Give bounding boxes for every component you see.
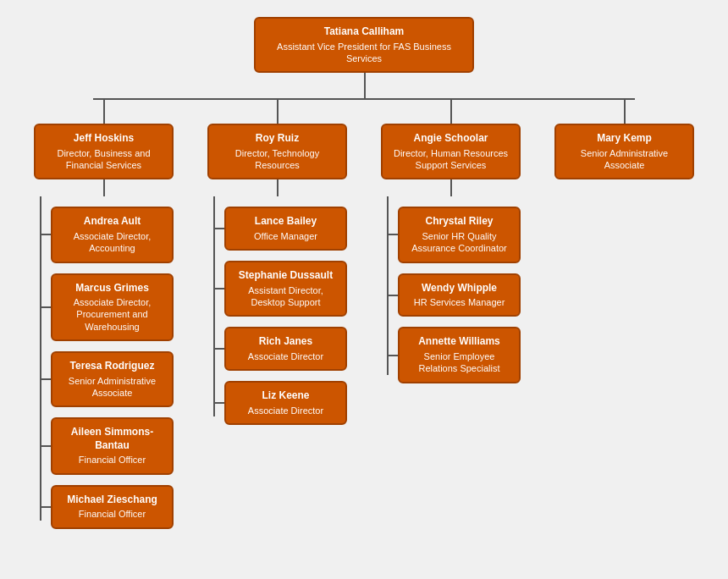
l2-name-0-3: Aileen Simmons-Bantau — [61, 426, 163, 452]
l2-title-0-3: Financial Officer — [61, 454, 163, 466]
level1-bar: Jeff Hoskins Director, Business and Fina… — [8, 98, 720, 179]
l2-name-0-4: Michael Zieschang — [61, 494, 163, 507]
root-connector — [8, 73, 720, 98]
root-title: Assistant Vice President for FAS Busines… — [264, 41, 464, 65]
l2-node-0-0: Andrea Ault Associate Director, Accounti… — [51, 207, 174, 262]
l1-name-3: Mary Kemp — [565, 132, 684, 146]
l2-node-1-1: Stephanie Dussault Assistant Director, D… — [224, 261, 347, 317]
down-line-0 — [103, 179, 105, 196]
l2-title-2-0: Senior HR Quality Assurance Coordinator — [408, 230, 510, 255]
l2-name-1-1: Stephanie Dussault — [234, 269, 337, 283]
l2-node-0-2: Teresa Rodriguez Senior Administrative A… — [51, 351, 174, 407]
l2-title-2-2: Senior Employee Relations Specialist — [408, 350, 510, 375]
l2-name-1-0: Lance Bailey — [234, 215, 337, 229]
l2-node-1-0: Lance Bailey Office Manager — [224, 207, 347, 251]
l1-name-2: Angie Schoolar — [391, 132, 510, 146]
l1-title-3: Senior Administrative Associate — [565, 147, 684, 172]
l1-name-0: Jeff Hoskins — [44, 132, 163, 146]
l2-item-2-0: Chrystal Riley Senior HR Quality Assuran… — [381, 207, 521, 262]
down-line-1 — [277, 179, 279, 196]
l2-title-0-4: Financial Officer — [61, 508, 163, 520]
l1-title-0: Director, Business and Financial Service… — [44, 147, 163, 172]
level1-col-1: Roy Ruiz Director, Technology Resources — [199, 98, 356, 179]
l2-item-1-1: Stephanie Dussault Assistant Director, D… — [207, 261, 347, 317]
l2-node-2-2: Annette Williams Senior Employee Relatio… — [398, 327, 521, 383]
l2-node-1-2: Rich Janes Associate Director — [224, 327, 347, 371]
l2-title-2-1: HR Services Manager — [408, 296, 510, 308]
l2-title-0-2: Senior Administrative Associate — [61, 375, 163, 400]
l2-item-0-0: Andrea Ault Associate Director, Accounti… — [34, 207, 174, 262]
l2-name-0-0: Andrea Ault — [61, 215, 163, 229]
level2-col-3 — [546, 179, 703, 528]
l2-title-1-3: Associate Director — [234, 405, 337, 416]
l2-item-1-2: Rich Janes Associate Director — [207, 327, 347, 371]
l2-item-1-0: Lance Bailey Office Manager — [207, 207, 347, 251]
level1-node-3: Mary Kemp Senior Administrative Associat… — [554, 124, 694, 179]
l2-title-0-1: Associate Director, Procurement and Ware… — [61, 296, 163, 333]
l2-item-0-1: Marcus Grimes Associate Director, Procur… — [34, 273, 174, 341]
down-line-2 — [450, 179, 452, 196]
level1-node-1: Roy Ruiz Director, Technology Resources — [207, 124, 347, 179]
l2-name-0-1: Marcus Grimes — [61, 282, 163, 295]
level1-col-0: Jeff Hoskins Director, Business and Fina… — [25, 98, 182, 179]
level1-node-0: Jeff Hoskins Director, Business and Fina… — [34, 124, 174, 179]
vert-line-1 — [277, 98, 279, 124]
l2-title-1-1: Assistant Director, Desktop Support — [234, 284, 337, 309]
root-name: Tatiana Calliham — [264, 25, 464, 39]
level2-col-2: Chrystal Riley Senior HR Quality Assuran… — [372, 179, 529, 528]
l1-title-2: Director, Human Resources Support Servic… — [391, 147, 510, 172]
l2-title-1-0: Office Manager — [234, 230, 337, 242]
l2-name-0-2: Teresa Rodriguez — [61, 360, 163, 373]
l2-title-0-0: Associate Director, Accounting — [61, 230, 163, 255]
col1-children: Lance Bailey Office Manager Stephanie Du… — [207, 196, 347, 425]
root-node: Tatiana Calliham Assistant Vice Presiden… — [254, 17, 474, 73]
l2-node-2-1: Wendy Whipple HR Services Manager — [398, 273, 521, 317]
l2-item-1-3: Liz Keene Associate Director — [207, 381, 347, 425]
l2-name-2-2: Annette Williams — [408, 335, 510, 349]
l2-item-2-2: Annette Williams Senior Employee Relatio… — [381, 327, 521, 383]
vert-line-3 — [624, 98, 626, 124]
level1-col-2: Angie Schoolar Director, Human Resources… — [372, 98, 529, 179]
level2-col-0: Andrea Ault Associate Director, Accounti… — [25, 179, 182, 528]
vert-line-0 — [103, 98, 105, 124]
level1-col-3: Mary Kemp Senior Administrative Associat… — [546, 98, 703, 179]
l2-name-1-2: Rich Janes — [234, 335, 337, 349]
l2-item-0-2: Teresa Rodriguez Senior Administrative A… — [34, 351, 174, 407]
l2-node-2-0: Chrystal Riley Senior HR Quality Assuran… — [398, 207, 521, 262]
l2-item-2-1: Wendy Whipple HR Services Manager — [381, 273, 521, 317]
vert-line-2 — [450, 98, 452, 124]
l1-name-1: Roy Ruiz — [218, 132, 337, 146]
l2-node-0-4: Michael Zieschang Financial Officer — [51, 485, 174, 529]
col0-children: Andrea Ault Associate Director, Accounti… — [34, 196, 174, 528]
l2-node-0-1: Marcus Grimes Associate Director, Procur… — [51, 273, 174, 341]
l2-node-1-3: Liz Keene Associate Director — [224, 381, 347, 425]
l2-name-2-1: Wendy Whipple — [408, 282, 510, 295]
l2-item-0-4: Michael Zieschang Financial Officer — [34, 485, 174, 529]
level2-col-1: Lance Bailey Office Manager Stephanie Du… — [199, 179, 356, 528]
l1-title-1: Director, Technology Resources — [218, 147, 337, 172]
l2-name-2-0: Chrystal Riley — [408, 215, 510, 229]
l2-name-1-3: Liz Keene — [234, 389, 337, 403]
l2-title-1-2: Associate Director — [234, 350, 337, 362]
org-chart: Tatiana Calliham Assistant Vice Presiden… — [8, 17, 720, 529]
l2-item-0-3: Aileen Simmons-Bantau Financial Officer — [34, 417, 174, 474]
col2-children: Chrystal Riley Senior HR Quality Assuran… — [381, 196, 521, 383]
level2-area: Andrea Ault Associate Director, Accounti… — [8, 179, 720, 528]
level1-node-2: Angie Schoolar Director, Human Resources… — [381, 124, 521, 179]
l2-node-0-3: Aileen Simmons-Bantau Financial Officer — [51, 417, 174, 474]
